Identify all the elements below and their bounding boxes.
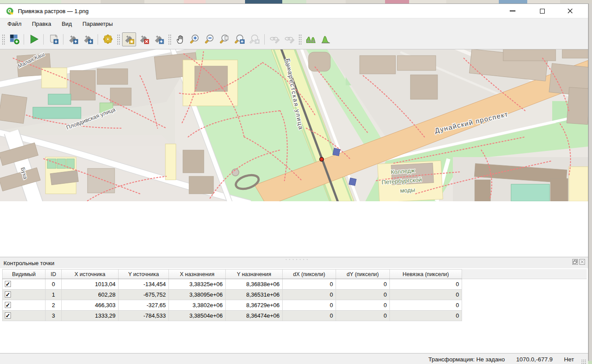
save-gcp-points-button[interactable]	[81, 32, 95, 46]
menu-settings[interactable]: Параметры	[77, 21, 118, 27]
cell-src_y[interactable]: -134,454	[119, 279, 169, 290]
zoom-to-layer-button[interactable]	[218, 32, 232, 46]
minimize-button[interactable]	[502, 4, 522, 18]
cell-id[interactable]: 0	[46, 279, 62, 290]
menu-file[interactable]: Файл	[0, 21, 27, 27]
link-georeferencer-to-qgis-button[interactable]	[267, 32, 281, 46]
cell-dst_y[interactable]: 8,36474e+06	[226, 311, 283, 321]
cell-dx[interactable]: 0	[283, 300, 336, 311]
col-dy[interactable]: dY (пиксели)	[336, 270, 390, 279]
table-row[interactable]: ✓2466,303-327,653,3802e+068,36729e+06000	[3, 300, 462, 311]
cell-dst_y[interactable]: 8,36729e+06	[226, 300, 283, 311]
zoom-last-button[interactable]	[233, 32, 247, 46]
gcp-marker[interactable]	[320, 158, 324, 161]
maximize-button[interactable]	[532, 4, 552, 18]
cell-dy[interactable]: 0	[336, 300, 390, 311]
cell-src_x[interactable]: 602,28	[62, 290, 119, 300]
cell-dy[interactable]: 0	[336, 279, 390, 290]
visible-cell[interactable]: ✓	[3, 311, 46, 321]
cell-id[interactable]: 3	[46, 311, 62, 321]
col-id[interactable]: ID	[46, 270, 62, 279]
full-histogram-stretch-button[interactable]	[319, 32, 333, 46]
cell-src_y[interactable]: -784,533	[119, 311, 169, 321]
cell-dst_x[interactable]: 3,38095e+06	[169, 290, 226, 300]
add-point-button[interactable]	[122, 32, 136, 46]
move-point-icon	[154, 34, 165, 45]
cell-dy[interactable]: 0	[336, 311, 390, 321]
zoom-next-button[interactable]	[248, 32, 262, 46]
generate-gdal-script-button[interactable]	[46, 32, 60, 46]
cell-dx[interactable]: 0	[283, 279, 336, 290]
resize-grip[interactable]	[581, 359, 587, 364]
cell-dx[interactable]: 0	[283, 290, 336, 300]
float-panel-button[interactable]	[572, 259, 578, 265]
close-button[interactable]	[560, 4, 580, 18]
visible-checkbox[interactable]: ✓	[5, 312, 11, 318]
start-georeferencing-button[interactable]	[27, 32, 41, 46]
close-panel-button[interactable]	[579, 259, 585, 265]
col-visible[interactable]: Видимый	[3, 270, 46, 279]
cell-residual[interactable]: 0	[390, 311, 462, 321]
cell-src_y[interactable]: -327,65	[119, 300, 169, 311]
cell-src_y[interactable]: -675,752	[119, 290, 169, 300]
map-canvas[interactable]: Малая Каш Пловдивская улица Бухарестская…	[0, 49, 588, 257]
cell-dy[interactable]: 0	[336, 290, 390, 300]
delete-point-button[interactable]	[137, 32, 151, 46]
cell-id[interactable]: 1	[46, 290, 62, 300]
window-title: Привязка растров — 1.png	[18, 8, 88, 14]
cell-src_x[interactable]: 1013,04	[62, 279, 119, 290]
cell-dst_x[interactable]: 3,38325e+06	[169, 279, 226, 290]
cell-id[interactable]: 2	[46, 300, 62, 311]
cell-dst_x[interactable]: 3,38504e+06	[169, 311, 226, 321]
col-dx[interactable]: dX (пиксели)	[283, 270, 336, 279]
visible-cell[interactable]: ✓	[3, 300, 46, 311]
col-residual[interactable]: Невязка (пиксели)	[390, 270, 462, 279]
pan-button[interactable]	[173, 32, 187, 46]
toolbar-drag-handle[interactable]	[168, 34, 171, 45]
zoom-next-icon	[249, 34, 260, 45]
visible-checkbox[interactable]: ✓	[5, 281, 11, 287]
cell-residual[interactable]: 0	[390, 300, 462, 311]
gcp-table[interactable]: Видимый ID X источника Y источника X наз…	[2, 269, 462, 321]
cell-src_x[interactable]: 466,303	[62, 300, 119, 311]
full-histogram-icon	[320, 34, 331, 45]
background-map-strip-top	[0, 0, 592, 4]
open-raster-button[interactable]	[7, 32, 21, 46]
menu-view[interactable]: Вид	[56, 21, 77, 27]
cell-dst_y[interactable]: 8,36838e+06	[226, 279, 283, 290]
toolbar-drag-handle[interactable]	[117, 34, 120, 45]
table-row[interactable]: ✓31333,29-784,5333,38504e+068,36474e+060…	[3, 311, 462, 321]
gcp-table-body: ✓01013,04-134,4543,38325e+068,36838e+060…	[3, 279, 462, 321]
zoom-out-button[interactable]	[203, 32, 217, 46]
visible-checkbox[interactable]: ✓	[5, 291, 11, 298]
cell-dx[interactable]: 0	[283, 311, 336, 321]
link-qgis-to-georeferencer-button[interactable]	[282, 32, 296, 46]
col-src-y[interactable]: Y источника	[119, 270, 169, 279]
transformation-settings-button[interactable]	[101, 32, 115, 46]
move-point-button[interactable]	[152, 32, 166, 46]
load-gcp-points-button[interactable]	[66, 32, 80, 46]
cell-residual[interactable]: 0	[390, 290, 462, 300]
local-histogram-stretch-button[interactable]	[304, 32, 318, 46]
table-row[interactable]: ✓1602,28-675,7523,38095e+068,36531e+0600…	[3, 290, 462, 300]
cell-dst_x[interactable]: 3,3802e+06	[169, 300, 226, 311]
col-dst-x[interactable]: X назначения	[169, 270, 226, 279]
table-row[interactable]: ✓01013,04-134,4543,38325e+068,36838e+060…	[3, 279, 462, 290]
svg-text:моды: моды	[400, 186, 415, 194]
toolbar-drag-handle[interactable]	[2, 34, 5, 45]
visible-cell[interactable]: ✓	[3, 290, 46, 300]
cell-src_x[interactable]: 1333,29	[62, 311, 119, 321]
cell-residual[interactable]: 0	[390, 279, 462, 290]
splitter-handle[interactable]	[284, 259, 309, 260]
visible-checkbox[interactable]: ✓	[5, 302, 11, 308]
cell-dst_y[interactable]: 8,36531e+06	[226, 290, 283, 300]
title-bar[interactable]: Привязка растров — 1.png	[0, 4, 588, 18]
zoom-in-button[interactable]	[188, 32, 202, 46]
toolbar-drag-handle[interactable]	[298, 34, 301, 45]
dock-title-bar[interactable]: Контрольные точки	[0, 257, 588, 268]
visible-cell[interactable]: ✓	[3, 279, 46, 290]
col-src-x[interactable]: X источника	[62, 270, 119, 279]
open-raster-icon	[9, 34, 20, 45]
menu-edit[interactable]: Правка	[27, 21, 56, 27]
col-dst-y[interactable]: Y назначения	[226, 270, 283, 279]
